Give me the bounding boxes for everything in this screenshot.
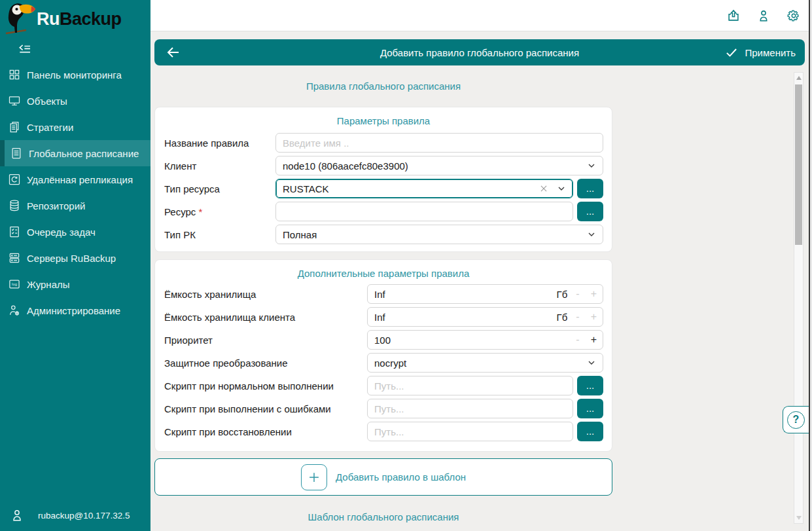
question-mark-icon: ?	[787, 411, 805, 429]
sidebar-item-label: Очередь задач	[27, 227, 96, 238]
main-area: Добавить правило глобального расписания …	[150, 0, 809, 531]
backup-type-value: Полная	[283, 229, 586, 240]
sidebar-item-objects[interactable]: Объекты	[0, 88, 150, 114]
vertical-scrollbar[interactable]	[794, 72, 803, 524]
priority-label: Приоритет	[164, 335, 367, 346]
storage-capacity-stepper: Гб - +	[367, 284, 603, 304]
sidebar-item-label: Репозиторий	[27, 200, 85, 211]
sidebar-item-label: Объекты	[27, 96, 67, 107]
check-icon	[724, 46, 739, 59]
rule-name-input[interactable]	[275, 133, 603, 153]
log-box-icon: log	[8, 278, 21, 291]
decrement-button[interactable]: -	[576, 334, 579, 346]
sidebar-item-administration[interactable]: Администрирование	[0, 297, 150, 323]
apply-button[interactable]: Применить	[724, 46, 796, 59]
script-error-label: Скрипт при выполнении с ошибками	[164, 403, 367, 414]
increment-button[interactable]: +	[591, 334, 597, 346]
replication-refresh-icon	[8, 173, 21, 186]
sidebar-item-global-schedule[interactable]: Глобальное расписание	[0, 140, 150, 166]
resource-type-browse-button[interactable]: ...	[577, 179, 603, 198]
sidebar-user: rubackup@10.177.32.5	[0, 500, 150, 531]
chevron-down-icon	[556, 183, 567, 194]
monitor-icon	[8, 94, 21, 107]
user-gear-icon	[8, 304, 21, 317]
resource-input[interactable]	[275, 202, 573, 221]
svg-text:log: log	[12, 282, 17, 286]
user-icon[interactable]	[756, 9, 771, 23]
script-normal-row: Скрипт при нормальном выполнении ...	[164, 376, 603, 395]
upload-icon[interactable]	[726, 9, 741, 23]
sidebar-item-strategies[interactable]: Стратегии	[0, 114, 150, 140]
logo-ru: Ru	[37, 9, 60, 29]
sidebar-item-label: Панель мониторинга	[27, 69, 122, 81]
sidebar-item-label: Удалённая репликация	[27, 174, 133, 185]
chevron-down-icon	[586, 229, 597, 240]
additional-params-title: Дополнительные параметры правила	[155, 268, 612, 279]
sidebar-item-task-queue[interactable]: Очередь задач	[0, 219, 150, 245]
priority-stepper: - +	[367, 330, 603, 350]
client-storage-capacity-stepper: Гб - +	[367, 307, 603, 327]
add-rule-to-template-button[interactable]: Добавить правило в шаблон	[154, 458, 612, 496]
schedule-document-icon	[10, 147, 23, 160]
user-icon	[10, 508, 24, 522]
logo-backup: Backup	[60, 9, 122, 29]
client-select-value: node10 (806aacefc80e3900)	[283, 160, 586, 172]
script-normal-browse-button[interactable]: ...	[577, 376, 603, 395]
gear-icon[interactable]	[786, 9, 801, 23]
storage-capacity-row: Ёмкость хранилища Гб - +	[164, 284, 603, 304]
client-storage-capacity-label: Ёмкость хранилища клиента	[164, 312, 367, 323]
sidebar-item-servers[interactable]: Серверы RuBackup	[0, 245, 150, 271]
sidebar-item-monitoring-panel[interactable]: Панель мониторинга	[0, 62, 150, 88]
priority-input[interactable]	[374, 335, 576, 346]
additional-params-card: Дополнительные параметры правила Ёмкость…	[154, 259, 612, 452]
sidebar-item-repository[interactable]: Репозиторий	[0, 192, 150, 219]
scrollbar-thumb[interactable]	[795, 84, 802, 245]
sidebar-user-label: rubackup@10.177.32.5	[38, 511, 130, 521]
client-select[interactable]: node10 (806aacefc80e3900)	[275, 156, 603, 175]
sidebar-item-label: Глобальное расписание	[29, 148, 139, 159]
transform-select[interactable]: nocrypt	[367, 353, 603, 373]
help-button[interactable]: ?	[783, 406, 809, 433]
add-rule-to-template-label: Добавить правило в шаблон	[336, 471, 466, 483]
increment-button[interactable]: +	[591, 288, 597, 300]
task-checklist-icon	[8, 225, 21, 238]
decrement-button[interactable]: -	[576, 288, 579, 300]
backup-type-row: Тип РК Полная	[164, 225, 603, 244]
logo-text: RuBackup	[37, 9, 122, 29]
sidebar-item-label: Стратегии	[27, 122, 73, 133]
scrollbar-up-arrow-icon[interactable]	[796, 76, 802, 80]
script-restore-browse-button[interactable]: ...	[577, 422, 603, 441]
chevron-down-icon	[586, 357, 597, 368]
script-error-input[interactable]	[367, 399, 573, 418]
decrement-button[interactable]: -	[576, 311, 579, 323]
chevron-down-icon	[586, 160, 597, 171]
sidebar-collapse-button[interactable]	[17, 42, 34, 58]
servers-icon	[8, 251, 21, 265]
resource-row: Ресурс * ...	[164, 202, 603, 221]
sidebar-item-logs[interactable]: log Журналы	[0, 271, 150, 297]
topbar	[150, 0, 809, 31]
documents-stack-icon	[8, 120, 21, 134]
storage-capacity-input[interactable]	[374, 289, 557, 300]
script-restore-input[interactable]	[367, 422, 573, 441]
scrollbar-down-arrow-icon[interactable]	[796, 516, 802, 520]
script-error-browse-button[interactable]: ...	[577, 399, 603, 418]
sidebar-item-label: Серверы RuBackup	[27, 253, 116, 264]
clear-icon[interactable]	[539, 184, 548, 193]
resource-type-combobox[interactable]: RUSTACK	[275, 179, 573, 198]
resource-label: Ресурс *	[164, 206, 275, 217]
rubackup-app: RuBackup Панель мониторинга Объекты Стра…	[0, 0, 812, 531]
resource-label-text: Ресурс	[164, 206, 196, 217]
unit-label: Гб	[557, 289, 568, 300]
resource-type-value: RUSTACK	[283, 183, 539, 194]
resource-browse-button[interactable]: ...	[577, 202, 603, 221]
app-logo: RuBackup	[0, 0, 150, 38]
script-normal-input[interactable]	[367, 376, 573, 395]
backup-type-select[interactable]: Полная	[275, 225, 603, 244]
increment-button[interactable]: +	[591, 311, 597, 323]
action-bar: Добавить правило глобального расписания …	[154, 39, 805, 65]
sidebar-item-label: Администрирование	[27, 305, 120, 316]
client-storage-capacity-input[interactable]	[374, 312, 557, 323]
sidebar-item-remote-replication[interactable]: Удалённая репликация	[0, 166, 150, 192]
resource-type-row: Тип ресурса RUSTACK ...	[164, 179, 603, 198]
